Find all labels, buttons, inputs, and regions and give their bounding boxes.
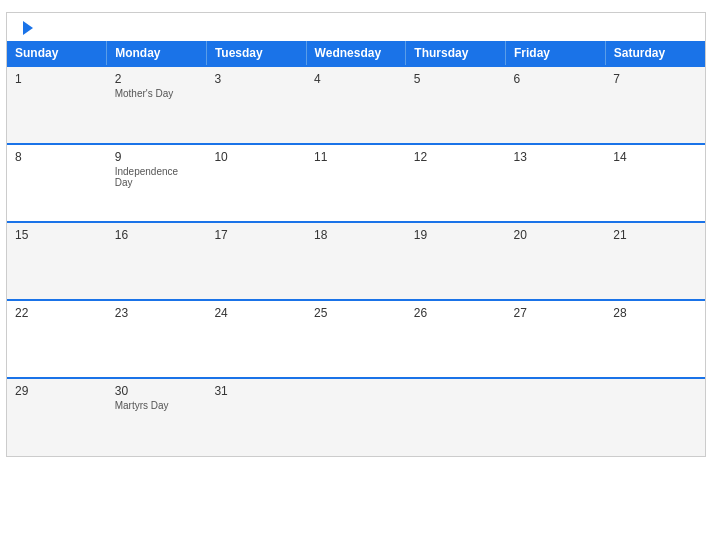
calendar-cell: 7: [605, 66, 705, 144]
day-number: 23: [115, 306, 128, 320]
day-number: 30: [115, 384, 128, 398]
day-number: 28: [613, 306, 626, 320]
calendar-cell: [605, 378, 705, 456]
calendar-body: 12Mother's Day3456789Independence Day101…: [7, 66, 705, 456]
weekday-header-saturday: Saturday: [605, 41, 705, 66]
calendar-cell: 25: [306, 300, 406, 378]
calendar-cell: 5: [406, 66, 506, 144]
day-number: 27: [514, 306, 527, 320]
day-number: 17: [214, 228, 227, 242]
calendar-cell: 27: [506, 300, 606, 378]
day-number: 6: [514, 72, 521, 86]
day-number: 12: [414, 150, 427, 164]
calendar-cell: 24: [206, 300, 306, 378]
calendar-cell: 8: [7, 144, 107, 222]
day-number: 19: [414, 228, 427, 242]
calendar-cell: 30Martyrs Day: [107, 378, 207, 456]
calendar-cell: [506, 378, 606, 456]
calendar-cell: 1: [7, 66, 107, 144]
day-number: 8: [15, 150, 22, 164]
day-number: 1: [15, 72, 22, 86]
logo-triangle-icon: [23, 21, 33, 35]
day-number: 18: [314, 228, 327, 242]
day-number: 7: [613, 72, 620, 86]
week-row-4: 22232425262728: [7, 300, 705, 378]
weekday-header-sunday: Sunday: [7, 41, 107, 66]
holiday-name: Martyrs Day: [115, 400, 199, 411]
calendar-cell: 6: [506, 66, 606, 144]
calendar-cell: 13: [506, 144, 606, 222]
week-row-2: 89Independence Day1011121314: [7, 144, 705, 222]
calendar-cell: 17: [206, 222, 306, 300]
day-number: 16: [115, 228, 128, 242]
day-number: 24: [214, 306, 227, 320]
holiday-name: Mother's Day: [115, 88, 199, 99]
day-number: 15: [15, 228, 28, 242]
calendar-cell: 4: [306, 66, 406, 144]
day-number: 14: [613, 150, 626, 164]
weekday-header-friday: Friday: [506, 41, 606, 66]
calendar: SundayMondayTuesdayWednesdayThursdayFrid…: [6, 12, 706, 457]
calendar-cell: 26: [406, 300, 506, 378]
day-number: 10: [214, 150, 227, 164]
calendar-cell: 12: [406, 144, 506, 222]
calendar-cell: [406, 378, 506, 456]
calendar-cell: 29: [7, 378, 107, 456]
weekday-header-row: SundayMondayTuesdayWednesdayThursdayFrid…: [7, 41, 705, 66]
day-number: 4: [314, 72, 321, 86]
calendar-cell: 11: [306, 144, 406, 222]
day-number: 31: [214, 384, 227, 398]
calendar-cell: 9Independence Day: [107, 144, 207, 222]
weekday-header-thursday: Thursday: [406, 41, 506, 66]
day-number: 25: [314, 306, 327, 320]
calendar-table: SundayMondayTuesdayWednesdayThursdayFrid…: [7, 41, 705, 456]
week-row-3: 15161718192021: [7, 222, 705, 300]
calendar-cell: 28: [605, 300, 705, 378]
logo-area: [21, 21, 33, 35]
weekday-header-monday: Monday: [107, 41, 207, 66]
calendar-cell: 23: [107, 300, 207, 378]
day-number: 29: [15, 384, 28, 398]
calendar-cell: 2Mother's Day: [107, 66, 207, 144]
day-number: 9: [115, 150, 122, 164]
calendar-cell: 10: [206, 144, 306, 222]
week-row-1: 12Mother's Day34567: [7, 66, 705, 144]
calendar-cell: 31: [206, 378, 306, 456]
day-number: 2: [115, 72, 122, 86]
day-number: 5: [414, 72, 421, 86]
calendar-header: [7, 13, 705, 41]
calendar-cell: 22: [7, 300, 107, 378]
calendar-cell: 19: [406, 222, 506, 300]
day-number: 11: [314, 150, 327, 164]
day-number: 20: [514, 228, 527, 242]
day-number: 22: [15, 306, 28, 320]
week-row-5: 2930Martyrs Day31: [7, 378, 705, 456]
holiday-name: Independence Day: [115, 166, 199, 188]
calendar-cell: 15: [7, 222, 107, 300]
calendar-cell: 16: [107, 222, 207, 300]
calendar-cell: 14: [605, 144, 705, 222]
calendar-cell: [306, 378, 406, 456]
calendar-cell: 3: [206, 66, 306, 144]
weekday-header-wednesday: Wednesday: [306, 41, 406, 66]
calendar-cell: 18: [306, 222, 406, 300]
day-number: 26: [414, 306, 427, 320]
calendar-thead: SundayMondayTuesdayWednesdayThursdayFrid…: [7, 41, 705, 66]
day-number: 3: [214, 72, 221, 86]
calendar-cell: 21: [605, 222, 705, 300]
day-number: 13: [514, 150, 527, 164]
weekday-header-tuesday: Tuesday: [206, 41, 306, 66]
calendar-cell: 20: [506, 222, 606, 300]
day-number: 21: [613, 228, 626, 242]
